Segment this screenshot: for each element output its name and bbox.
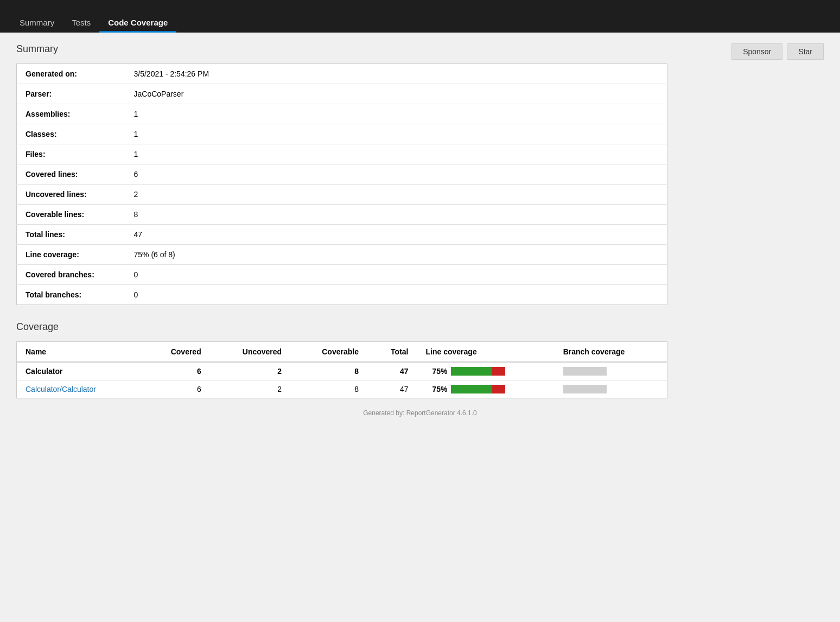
- summary-label: Total branches:: [17, 285, 125, 305]
- line-coverage-pct: 75%: [426, 367, 448, 376]
- nav-item-tests[interactable]: Tests: [63, 12, 99, 33]
- summary-label: Covered lines:: [17, 164, 125, 185]
- line-coverage-bar: [451, 367, 505, 376]
- summary-row: Classes:1: [17, 124, 667, 144]
- footer-text: Generated by: ReportGenerator 4.6.1.0: [363, 409, 476, 417]
- summary-label: Covered branches:: [17, 265, 125, 285]
- coverage-green-portion: [451, 367, 492, 376]
- summary-label: Parser:: [17, 84, 125, 104]
- nav-item-code-coverage[interactable]: Code Coverage: [99, 12, 176, 33]
- summary-value: 6: [125, 164, 667, 185]
- top-buttons: Sponsor Star: [731, 43, 824, 60]
- summary-row: Total branches:0: [17, 285, 667, 305]
- summary-row: Parser:JaCoCoParser: [17, 84, 667, 104]
- coverage-uncovered: 2: [210, 362, 290, 380]
- summary-value: 75% (6 of 8): [125, 245, 667, 265]
- footer: Generated by: ReportGenerator 4.6.1.0: [16, 398, 824, 422]
- coverage-red-portion: [492, 385, 505, 393]
- coverage-branch-cell: [555, 380, 667, 398]
- coverage-section: Coverage Name Covered Uncovered Coverabl…: [16, 321, 824, 398]
- coverage-green-portion: [451, 385, 492, 393]
- star-button[interactable]: Star: [787, 43, 824, 60]
- line-coverage-bar: [451, 385, 505, 393]
- col-name: Name: [17, 342, 142, 363]
- col-line-coverage: Line coverage: [417, 342, 555, 363]
- coverage-line-cell: 75%: [417, 362, 555, 380]
- summary-value: 1: [125, 124, 667, 144]
- coverage-name-cell: Calculator/Calculator: [17, 380, 142, 398]
- summary-value: 0: [125, 285, 667, 305]
- summary-value: JaCoCoParser: [125, 84, 667, 104]
- coverage-row: Calculator6284775%: [17, 362, 667, 380]
- summary-label: Generated on:: [17, 64, 125, 84]
- coverage-coverable: 8: [290, 362, 367, 380]
- line-coverage-bar-container: 75%: [426, 385, 546, 393]
- coverage-branch-cell: [555, 362, 667, 380]
- col-covered: Covered: [142, 342, 210, 363]
- summary-value: 3/5/2021 - 2:54:26 PM: [125, 64, 667, 84]
- coverage-coverable: 8: [290, 380, 367, 398]
- coverage-table: Name Covered Uncovered Coverable Total L…: [16, 341, 667, 398]
- summary-value: 8: [125, 205, 667, 225]
- summary-value: 1: [125, 144, 667, 164]
- summary-row: Covered lines:6: [17, 164, 667, 185]
- summary-label: Files:: [17, 144, 125, 164]
- col-branch-coverage: Branch coverage: [555, 342, 667, 363]
- coverage-total: 47: [367, 362, 417, 380]
- summary-row: Uncovered lines:2: [17, 185, 667, 205]
- summary-table: Generated on:3/5/2021 - 2:54:26 PMParser…: [16, 64, 667, 305]
- summary-row: Files:1: [17, 144, 667, 164]
- coverage-name-cell: Calculator: [17, 362, 142, 380]
- coverage-heading: Coverage: [16, 321, 824, 333]
- coverage-line-cell: 75%: [417, 380, 555, 398]
- summary-row: Covered branches:0: [17, 265, 667, 285]
- coverage-total: 47: [367, 380, 417, 398]
- summary-value: 1: [125, 104, 667, 124]
- sponsor-button[interactable]: Sponsor: [731, 43, 782, 60]
- nav-item-summary[interactable]: Summary: [11, 12, 63, 33]
- summary-value: 2: [125, 185, 667, 205]
- col-coverable: Coverable: [290, 342, 367, 363]
- summary-value: 0: [125, 265, 667, 285]
- summary-label: Total lines:: [17, 225, 125, 245]
- summary-value: 47: [125, 225, 667, 245]
- coverage-red-portion: [492, 367, 505, 376]
- summary-label: Assemblies:: [17, 104, 125, 124]
- summary-label: Coverable lines:: [17, 205, 125, 225]
- summary-row: Coverable lines:8: [17, 205, 667, 225]
- summary-row: Assemblies:1: [17, 104, 667, 124]
- summary-heading: Summary: [16, 43, 824, 55]
- summary-row: Line coverage:75% (6 of 8): [17, 245, 667, 265]
- summary-row: Generated on:3/5/2021 - 2:54:26 PM: [17, 64, 667, 84]
- line-coverage-pct: 75%: [426, 385, 448, 393]
- coverage-row: Calculator/Calculator6284775%: [17, 380, 667, 398]
- coverage-covered: 6: [142, 362, 210, 380]
- summary-label: Line coverage:: [17, 245, 125, 265]
- top-navigation: Summary Tests Code Coverage: [0, 0, 840, 33]
- coverage-covered: 6: [142, 380, 210, 398]
- coverage-name-link[interactable]: Calculator/Calculator: [26, 385, 96, 393]
- coverage-uncovered: 2: [210, 380, 290, 398]
- col-total: Total: [367, 342, 417, 363]
- summary-label: Classes:: [17, 124, 125, 144]
- line-coverage-bar-container: 75%: [426, 367, 546, 376]
- summary-label: Uncovered lines:: [17, 185, 125, 205]
- branch-coverage-bar: [563, 367, 607, 376]
- main-content: Sponsor Star Summary Generated on:3/5/20…: [0, 33, 840, 622]
- summary-row: Total lines:47: [17, 225, 667, 245]
- branch-coverage-bar: [563, 385, 607, 393]
- col-uncovered: Uncovered: [210, 342, 290, 363]
